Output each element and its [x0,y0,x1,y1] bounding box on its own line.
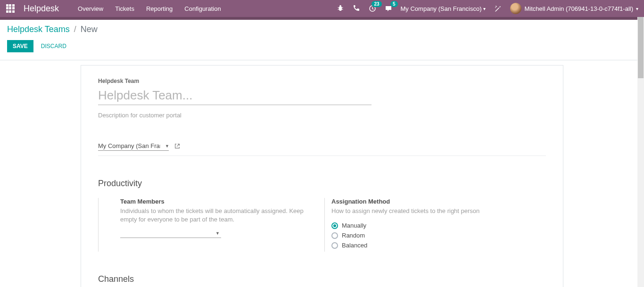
brand[interactable]: Helpdesk [24,4,59,14]
debug-icon[interactable] [337,5,344,12]
chevron-down-icon: ▼ [215,231,220,236]
company-select[interactable] [98,141,169,151]
section-channels-title: Channels [98,274,546,284]
team-members-input[interactable] [120,229,221,238]
company-switcher[interactable]: My Company (San Francisco)▾ [401,5,486,12]
external-link-icon[interactable] [174,143,181,149]
avatar [510,3,521,14]
messages-badge: 5 [390,1,398,7]
navbar: Helpdesk Overview Tickets Reporting Conf… [0,0,644,17]
nav-tickets[interactable]: Tickets [115,5,134,12]
radio-balanced[interactable]: Balanced [331,242,539,249]
radio-icon [331,222,338,229]
user-menu[interactable]: Mitchell Admin (706941-13-0-c774f1-all)▾ [510,3,638,14]
activities-badge: 23 [372,1,381,7]
company-field: ▼ [98,141,546,151]
assignation-title: Assignation Method [331,198,539,205]
nav-right: 23 5 My Company (San Francisco)▾ Mitchel… [337,3,638,14]
radio-icon [331,242,338,249]
assignation-desc: How to assign newly created tickets to t… [331,207,539,215]
team-members-desc: Individuals to whom the tickets will be … [120,207,313,224]
phone-icon[interactable] [353,5,360,12]
team-members-title: Team Members [120,198,313,205]
nav-reporting[interactable]: Reporting [146,5,173,12]
nav-menu: Overview Tickets Reporting Configuration [78,5,221,12]
breadcrumb: Helpdesk Teams / New [0,20,644,37]
team-members-setting: Team Members Individuals to whom the tic… [98,198,320,252]
assignation-radio-group: Manually Random Balanced [331,222,539,249]
radio-icon [331,232,338,239]
nav-overview[interactable]: Overview [78,5,103,12]
save-button[interactable]: SAVE [7,40,33,52]
breadcrumb-parent[interactable]: Helpdesk Teams [7,25,70,34]
discard-button[interactable]: DISCARD [41,43,66,49]
scrollbar-thumb[interactable] [638,17,644,78]
radio-manually[interactable]: Manually [331,222,539,229]
messages-icon[interactable]: 5 [385,5,392,12]
breadcrumb-current: New [81,25,98,34]
activities-icon[interactable]: 23 [369,5,376,12]
apps-icon[interactable] [6,4,15,13]
section-productivity-title: Productivity [98,179,546,189]
team-name-input[interactable] [98,86,372,105]
form-sheet: Helpdesk Team Description for customer p… [81,65,563,287]
radio-random[interactable]: Random [331,232,539,239]
team-name-label: Helpdesk Team [98,78,546,84]
form-content: Helpdesk Team Description for customer p… [0,60,644,287]
team-desc-placeholder[interactable]: Description for customer portal [98,112,546,119]
assignation-setting: Assignation Method How to assign newly c… [324,198,546,252]
nav-configuration[interactable]: Configuration [184,5,221,12]
tools-icon[interactable] [494,5,502,12]
action-bar: SAVE DISCARD [0,37,644,60]
scrollbar-track[interactable] [637,17,644,287]
